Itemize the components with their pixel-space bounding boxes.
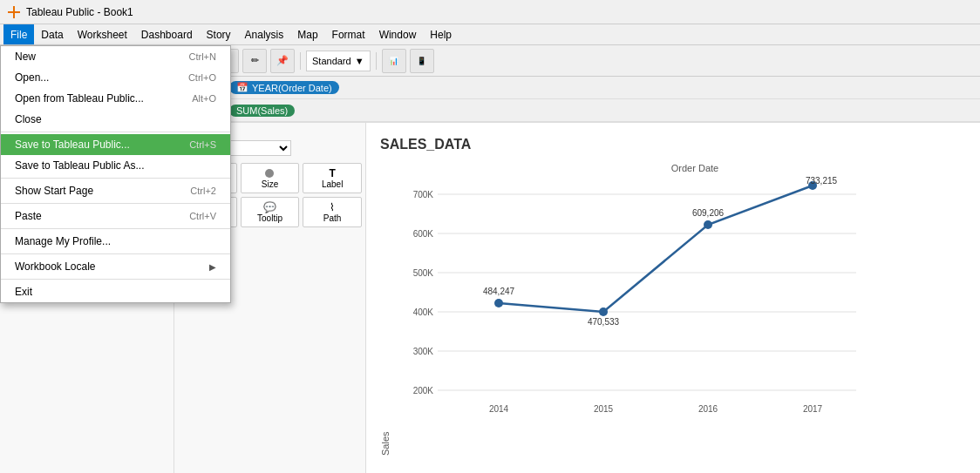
file-dropdown-menu: New Ctrl+N Open... Ctrl+O Open from Tabl…: [0, 45, 231, 303]
menu-map[interactable]: Map: [290, 24, 324, 44]
svg-rect-1: [8, 11, 20, 13]
toolbar-sep3: [300, 52, 301, 70]
svg-text:484,247: 484,247: [483, 287, 515, 296]
menu-item-open-shortcut: Ctrl+O: [188, 72, 216, 83]
menu-format[interactable]: Format: [325, 24, 372, 44]
menu-item-show-start[interactable]: Show Start Page Ctrl+2: [1, 180, 230, 201]
menu-item-open[interactable]: Open... Ctrl+O: [1, 67, 230, 88]
size-label: Size: [262, 179, 278, 189]
menu-help[interactable]: Help: [423, 24, 459, 44]
content-row: Marks Automatic Color Size: [174, 123, 980, 473]
tooltip-label: Tooltip: [257, 213, 282, 223]
svg-text:609,206: 609,206: [692, 208, 725, 218]
menu-item-save-public-as[interactable]: Save to Tableau Public As...: [1, 155, 230, 176]
svg-text:2016: 2016: [698, 404, 718, 414]
menu-item-exit-label: Exit: [15, 286, 32, 298]
menu-item-exit[interactable]: Exit: [1, 281, 230, 302]
menu-item-save-public[interactable]: Save to Tableau Public... Ctrl+S: [1, 134, 230, 155]
size-icon: [265, 169, 274, 178]
toolbar-annotation[interactable]: 📌: [270, 49, 295, 73]
menu-item-new-shortcut: Ctrl+N: [189, 51, 216, 62]
menu-data[interactable]: Data: [34, 24, 70, 44]
dropdown-arrow-icon: ▼: [355, 56, 364, 66]
svg-text:470,533: 470,533: [588, 317, 620, 327]
menu-item-workbook-locale-label: Workbook Locale: [15, 260, 96, 273]
chart-svg: 700K 600K 500K 400K 300K 200K: [394, 177, 900, 438]
menu-item-open-public-shortcut: Alt+O: [192, 93, 216, 104]
menu-separator-6: [1, 279, 230, 280]
menu-item-close[interactable]: Close: [1, 109, 230, 130]
toolbar-show-me[interactable]: 📊: [382, 49, 406, 73]
chart-title: SALES_DATA: [380, 137, 966, 152]
shelf-area: ≡≡≡ Columns 📅 YEAR(Order Date) ≡ Rows SU…: [174, 77, 980, 123]
marks-label-btn[interactable]: T Label: [303, 163, 362, 193]
menu-analysis[interactable]: Analysis: [238, 24, 291, 44]
svg-text:2014: 2014: [489, 404, 509, 414]
menu-separator-4: [1, 228, 230, 229]
data-point-2015[interactable]: [599, 307, 608, 316]
chart-area: SALES_DATA Order Date Sales: [366, 123, 980, 473]
svg-text:700K: 700K: [413, 190, 434, 199]
marks-tooltip-btn[interactable]: 💬 Tooltip: [241, 197, 300, 227]
menu-item-new[interactable]: New Ctrl+N: [1, 46, 230, 67]
menu-separator-1: [1, 132, 230, 132]
svg-text:300K: 300K: [413, 347, 434, 356]
chart-container: Sales 700K 600K: [380, 177, 966, 456]
data-point-2014[interactable]: [494, 299, 503, 307]
menu-window[interactable]: Window: [372, 24, 424, 44]
path-icon: ⌇: [330, 201, 335, 213]
label-icon: T: [329, 167, 335, 179]
submenu-arrow-icon: ▶: [209, 262, 216, 272]
svg-text:733,215: 733,215: [806, 177, 838, 186]
path-label: Path: [323, 213, 342, 223]
svg-text:2017: 2017: [803, 404, 823, 414]
toolbar-mark-type-dropdown[interactable]: Standard ▼: [306, 51, 371, 71]
menu-story[interactable]: Story: [200, 24, 238, 44]
svg-text:600K: 600K: [413, 229, 434, 239]
menu-item-open-public[interactable]: Open from Tableau Public... Alt+O: [1, 88, 230, 109]
menu-item-save-public-label: Save to Tableau Public...: [15, 139, 130, 151]
menu-item-paste-shortcut: Ctrl+V: [189, 211, 216, 221]
toolbar-sep4: [376, 52, 377, 70]
rows-pill[interactable]: SUM(Sales): [229, 105, 295, 117]
columns-pill-icon: 📅: [236, 82, 248, 93]
y-axis-label: Sales: [380, 177, 391, 456]
menu-separator-3: [1, 203, 230, 204]
x-axis-label: Order Date: [424, 163, 966, 173]
marks-path-btn[interactable]: ⌇ Path: [303, 197, 362, 227]
menu-separator-5: [1, 253, 230, 254]
chart-svg-container: 700K 600K 500K 400K 300K 200K: [394, 177, 966, 456]
rows-shelf: ≡ Rows SUM(Sales): [174, 99, 980, 122]
menu-item-show-start-shortcut: Ctrl+2: [190, 186, 216, 196]
menu-item-close-label: Close: [15, 113, 42, 125]
menu-item-new-label: New: [15, 51, 36, 63]
menu-dashboard[interactable]: Dashboard: [134, 24, 200, 44]
svg-text:200K: 200K: [413, 386, 434, 395]
menu-item-manage-profile[interactable]: Manage My Profile...: [1, 231, 230, 252]
app-title: Tableau Public - Book1: [26, 6, 133, 18]
menu-item-open-label: Open...: [15, 71, 49, 84]
menu-separator-2: [1, 178, 230, 179]
menu-item-save-public-as-label: Save to Tableau Public As...: [15, 159, 145, 172]
mark-type-label: Standard: [312, 56, 351, 66]
menu-bar: File Data Worksheet Dashboard Story Anal…: [0, 24, 980, 45]
tableau-logo: [7, 5, 21, 19]
menu-file[interactable]: File: [3, 24, 34, 44]
menu-item-paste[interactable]: Paste Ctrl+V: [1, 206, 230, 226]
marks-size-btn[interactable]: Size: [241, 163, 300, 193]
label-label: Label: [322, 179, 343, 189]
data-point-2016[interactable]: [704, 220, 712, 229]
title-bar: Tableau Public - Book1: [0, 0, 980, 24]
columns-shelf: ≡≡≡ Columns 📅 YEAR(Order Date): [174, 77, 980, 99]
menu-item-open-public-label: Open from Tableau Public...: [15, 92, 144, 105]
menu-item-workbook-locale[interactable]: Workbook Locale ▶: [1, 256, 230, 277]
toolbar-highlight[interactable]: ✏: [242, 49, 267, 73]
menu-worksheet[interactable]: Worksheet: [71, 24, 134, 44]
svg-text:500K: 500K: [413, 268, 434, 278]
menu-item-paste-label: Paste: [15, 210, 42, 222]
toolbar-device-preview[interactable]: 📱: [410, 49, 434, 73]
svg-text:2015: 2015: [594, 404, 614, 414]
columns-pill[interactable]: 📅 YEAR(Order Date): [229, 81, 339, 94]
svg-text:400K: 400K: [413, 307, 434, 317]
menu-item-manage-profile-label: Manage My Profile...: [15, 235, 111, 247]
